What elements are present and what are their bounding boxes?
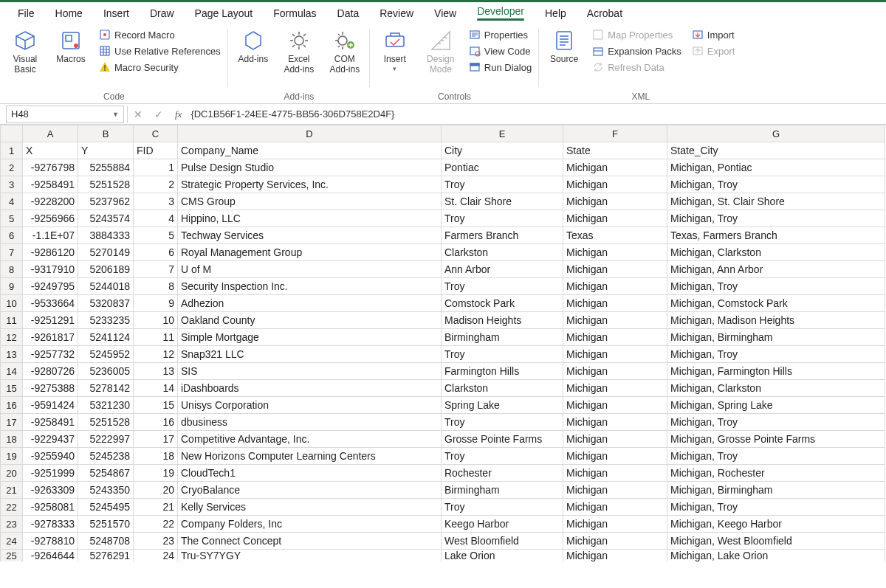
cell[interactable]: Michigan, St. Clair Shore	[667, 193, 885, 210]
cell[interactable]: Pulse Design Studio	[178, 159, 442, 176]
cell[interactable]: Michigan, Spring Lake	[667, 397, 885, 414]
cell[interactable]: 5245952	[78, 346, 134, 363]
cell[interactable]: Michigan	[563, 482, 667, 499]
cell[interactable]: Pontiac	[442, 159, 563, 176]
menu-data[interactable]: Data	[327, 4, 370, 22]
cell[interactable]: 5245495	[78, 499, 134, 516]
cell[interactable]: 5245238	[78, 448, 134, 465]
table-row[interactable]: 15-9275388527814214iDashboardsClarkstonM…	[1, 380, 885, 397]
record-macro-button[interactable]: Record Macro	[96, 27, 224, 42]
table-row[interactable]: 1XYFIDCompany_NameCityStateState_City	[1, 142, 885, 159]
cell[interactable]: Michigan	[563, 159, 667, 176]
cell[interactable]: dbusiness	[178, 414, 442, 431]
cell[interactable]: FID	[134, 142, 178, 159]
cell[interactable]: -9317910	[23, 261, 78, 278]
table-row[interactable]: 2-927679852558841Pulse Design StudioPont…	[1, 159, 885, 176]
table-row[interactable]: 21-9263309524335020CryoBalanceBirmingham…	[1, 482, 885, 499]
cell[interactable]: Michigan	[563, 550, 667, 562]
cell[interactable]: -9257732	[23, 346, 78, 363]
menu-file[interactable]: File	[7, 4, 45, 22]
table-row[interactable]: 4-922820052379623CMS GroupSt. Clair Shor…	[1, 193, 885, 210]
cell[interactable]: CryoBalance	[178, 482, 442, 499]
cell[interactable]: -9264644	[23, 550, 78, 562]
cell[interactable]: 21	[134, 499, 178, 516]
cell[interactable]: Grosse Pointe Farms	[442, 431, 563, 448]
cell[interactable]: Michigan, Madison Heights	[667, 312, 885, 329]
column-header[interactable]: B	[78, 125, 134, 142]
cell[interactable]: State	[563, 142, 667, 159]
cell[interactable]: 2	[134, 176, 178, 193]
table-row[interactable]: 6-1.1E+0738843335Techway ServicesFarmers…	[1, 227, 885, 244]
row-header[interactable]: 21	[1, 482, 23, 499]
cell[interactable]: 5	[134, 227, 178, 244]
cell[interactable]: Unisys Corporation	[178, 397, 442, 414]
cell[interactable]: CloudTech1	[178, 465, 442, 482]
cell[interactable]: -9251999	[23, 465, 78, 482]
cell[interactable]: Y	[78, 142, 134, 159]
cell[interactable]: Michigan, Rochester	[667, 465, 885, 482]
cell[interactable]: 12	[134, 346, 178, 363]
column-header[interactable]: A	[23, 125, 78, 142]
refresh-data-button[interactable]: Refresh Data	[589, 60, 684, 75]
cell[interactable]: Michigan	[563, 414, 667, 431]
cell[interactable]: 5278142	[78, 380, 134, 397]
cell[interactable]: SIS	[178, 363, 442, 380]
cell[interactable]: 11	[134, 329, 178, 346]
cell[interactable]: Michigan	[563, 397, 667, 414]
row-header[interactable]: 22	[1, 499, 23, 516]
cell[interactable]: Michigan, Grosse Pointe Farms	[667, 431, 885, 448]
row-header[interactable]: 14	[1, 363, 23, 380]
cell[interactable]: -9258491	[23, 176, 78, 193]
cell[interactable]: -9228200	[23, 193, 78, 210]
cell[interactable]: 5255884	[78, 159, 134, 176]
cell[interactable]: 15	[134, 397, 178, 414]
cell[interactable]: Michigan, Troy	[667, 414, 885, 431]
cell[interactable]: Simple Mortgage	[178, 329, 442, 346]
row-header[interactable]: 12	[1, 329, 23, 346]
cell[interactable]: 6	[134, 244, 178, 261]
cell[interactable]: 5237962	[78, 193, 134, 210]
menu-home[interactable]: Home	[45, 4, 93, 22]
menu-view[interactable]: View	[424, 4, 467, 22]
macro-security-button[interactable]: Macro Security	[96, 60, 224, 75]
table-row[interactable]: 23-9278333525157022Company Folders, IncK…	[1, 516, 885, 533]
cell[interactable]: Clarkston	[442, 244, 563, 261]
table-row[interactable]: 19-9255940524523818New Horizons Computer…	[1, 448, 885, 465]
cell[interactable]: Troy	[442, 346, 563, 363]
cell[interactable]: U of M	[178, 261, 442, 278]
row-header[interactable]: 7	[1, 244, 23, 261]
cell[interactable]: 20	[134, 482, 178, 499]
cell[interactable]: Michigan, Clarkston	[667, 244, 885, 261]
menu-draw[interactable]: Draw	[140, 4, 185, 22]
row-header[interactable]: 16	[1, 397, 23, 414]
column-header[interactable]: C	[134, 125, 178, 142]
cell[interactable]: Troy	[442, 278, 563, 295]
name-box[interactable]: H48 ▼	[6, 106, 124, 123]
cell[interactable]: -9229437	[23, 431, 78, 448]
cell[interactable]: Michigan, Clarkston	[667, 380, 885, 397]
export-button[interactable]: Export	[689, 44, 738, 58]
cell[interactable]: -9286120	[23, 244, 78, 261]
cell[interactable]: Michigan, Pontiac	[667, 159, 885, 176]
cell[interactable]: Texas, Farmers Branch	[667, 227, 885, 244]
cell[interactable]: Michigan, Birmingham	[667, 482, 885, 499]
cell[interactable]: 18	[134, 448, 178, 465]
table-row[interactable]: 9-924979552440188Security Inspection Inc…	[1, 278, 885, 295]
table-row[interactable]: 16-9591424532123015Unisys CorporationSpr…	[1, 397, 885, 414]
cell[interactable]: Techway Services	[178, 227, 442, 244]
cell[interactable]: Birmingham	[442, 329, 563, 346]
cell[interactable]: -9258081	[23, 499, 78, 516]
table-row[interactable]: 7-928612052701496Royal Management GroupC…	[1, 244, 885, 261]
cell[interactable]: 5251570	[78, 516, 134, 533]
cell[interactable]: Troy	[442, 414, 563, 431]
cell[interactable]: Michigan, Ann Arbor	[667, 261, 885, 278]
design-mode-button[interactable]: Design Mode	[420, 26, 461, 78]
cell[interactable]: Michigan, Comstock Park	[667, 295, 885, 312]
cell[interactable]: Michigan, Troy	[667, 346, 885, 363]
cell[interactable]: Michigan, Troy	[667, 210, 885, 227]
cell[interactable]: Michigan	[563, 363, 667, 380]
cell[interactable]: -9256966	[23, 210, 78, 227]
cell[interactable]: Michigan	[563, 329, 667, 346]
cell[interactable]: -9261817	[23, 329, 78, 346]
cell[interactable]: Michigan	[563, 448, 667, 465]
